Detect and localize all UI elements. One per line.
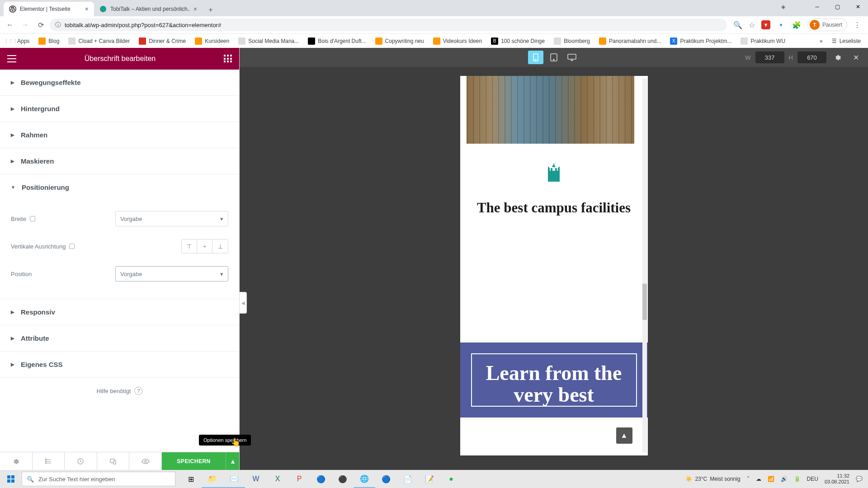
bookmark-item[interactable]: XPraktikum Projektm... (666, 36, 735, 47)
accordion-maskieren[interactable]: ▶Maskieren (0, 148, 239, 174)
bookmark-star-icon[interactable]: ☆ (749, 21, 755, 29)
scrollbar-thumb[interactable] (642, 284, 647, 320)
bookmark-overflow[interactable]: » (816, 36, 826, 46)
save-options-button[interactable]: ▴ (226, 452, 239, 470)
history-button[interactable] (65, 452, 97, 470)
bookmark-item[interactable]: Bloomberg (550, 36, 594, 47)
bookmark-item[interactable]: Blog (35, 36, 63, 47)
close-icon[interactable]: × (193, 5, 197, 13)
bookmark-item[interactable]: Bois d'Argent Duft... (304, 36, 369, 47)
menu-icon[interactable]: ⋮ (854, 21, 861, 29)
align-top-button[interactable]: ⊤ (182, 239, 197, 253)
align-middle-button[interactable]: ÷ (197, 239, 212, 253)
mobile-preview-frame[interactable]: The best campus facilities Learn from th… (460, 76, 648, 455)
accordion-hintergrund[interactable]: ▶Hintergrund (0, 96, 239, 122)
explorer-icon[interactable]: 📁 (202, 470, 223, 488)
bookmark-item[interactable]: Copywriting neu (372, 36, 428, 47)
taskbar-search[interactable]: 🔍 Zur Suche Text hier eingeben (22, 472, 175, 486)
accordion-attribute[interactable]: ▶Attribute (0, 325, 239, 351)
back-button[interactable]: ← (4, 19, 16, 31)
mobile-device-button[interactable] (528, 51, 543, 64)
extension-icon[interactable]: ▼ (761, 20, 770, 29)
close-icon[interactable]: × (85, 5, 89, 13)
bookmark-item[interactable]: Cload + Canva Bilder (65, 36, 133, 47)
extension-icon[interactable]: ✦ (777, 20, 786, 29)
app-icon[interactable]: 🔵 (310, 470, 332, 488)
reading-list-button[interactable]: ☰Leseliste (828, 36, 864, 46)
clock[interactable]: 11:32 03.08.2021 (825, 473, 849, 485)
profile-button[interactable]: T Pausiert (807, 19, 847, 31)
bookmark-item[interactable]: B100 schöne Dinge (487, 36, 548, 47)
word-icon[interactable]: W (245, 470, 267, 488)
notifications-icon[interactable]: 💬 (856, 476, 863, 482)
chrome-icon[interactable]: 🌐 (354, 470, 375, 488)
incognito-icon[interactable]: ◈ (773, 0, 793, 14)
url-input[interactable]: ⓘ tobitalk.at/wp-admin/post.php?post=627… (50, 19, 727, 31)
responsive-icon[interactable] (69, 244, 75, 249)
accordion-bewegungseffekte[interactable]: ▶Bewegungseffekte (0, 70, 239, 95)
position-select[interactable]: Vorgabe▾ (115, 266, 228, 282)
bookmark-item[interactable]: Videokurs Ideen (429, 36, 486, 47)
learn-heading[interactable]: Learn from the very best (476, 362, 632, 406)
excel-icon[interactable]: X (267, 470, 288, 488)
obs-icon[interactable]: ⚫ (332, 470, 354, 488)
network-icon[interactable]: 📶 (768, 476, 774, 482)
zoom-icon[interactable]: 🔍 (733, 21, 742, 29)
breite-select[interactable]: Vorgabe▾ (115, 211, 228, 226)
bookmark-item[interactable]: Praktikum WU (737, 36, 789, 47)
campus-heading[interactable]: The best campus facilities (460, 200, 648, 216)
volume-icon[interactable]: 🔊 (781, 476, 788, 482)
menu-icon[interactable] (7, 55, 16, 62)
new-tab-button[interactable]: + (204, 4, 217, 16)
scrollbar-track[interactable] (642, 79, 647, 453)
accordion-positionierung[interactable]: ▼Positionierung (0, 174, 239, 200)
settings-button[interactable] (0, 452, 33, 470)
close-window-button[interactable]: ✕ (848, 0, 868, 14)
accordion-eigenes-css[interactable]: ▶Eigenes CSS (0, 352, 239, 377)
preview-settings-button[interactable] (831, 51, 844, 64)
desktop-device-button[interactable] (564, 51, 580, 64)
extensions-icon[interactable]: 🧩 (792, 21, 801, 29)
navigator-button[interactable] (33, 452, 65, 470)
scroll-to-top-button[interactable]: ▲ (616, 427, 632, 444)
edge-icon[interactable]: 🔵 (375, 470, 397, 488)
onedrive-icon[interactable]: ☁ (756, 476, 761, 482)
width-input[interactable] (755, 52, 784, 63)
task-view-button[interactable]: ⊞ (180, 470, 202, 488)
widgets-icon[interactable] (224, 55, 232, 63)
close-preview-button[interactable]: ✕ (849, 51, 863, 64)
battery-icon[interactable]: 🔋 (794, 476, 801, 482)
powerpoint-icon[interactable]: P (288, 470, 310, 488)
weather-widget[interactable]: ☀️ 23°C Meist sonnig (685, 476, 740, 482)
collapse-sidebar-button[interactable]: ◀ (240, 292, 247, 314)
app-icon[interactable]: 📄 (397, 470, 419, 488)
accordion-responsiv[interactable]: ▶Responsiv (0, 299, 239, 325)
bookmark-apps[interactable]: ⋮⋮⋮Apps (4, 36, 33, 47)
tray-chevron-icon[interactable]: ˄ (747, 476, 750, 482)
panel-body[interactable]: ▶Bewegungseffekte ▶Hintergrund ▶Rahmen ▶… (0, 70, 239, 452)
minimize-button[interactable]: ─ (807, 0, 827, 14)
start-button[interactable] (0, 470, 22, 488)
bookmark-item[interactable]: Social Media Mana... (235, 36, 302, 47)
browser-tab-active[interactable]: Elementor | Testseite × (4, 2, 94, 16)
reload-button[interactable]: ⟳ (34, 19, 47, 31)
bookmark-item[interactable]: Dinner & Crime (135, 36, 189, 47)
responsive-icon[interactable] (30, 216, 35, 221)
notepad-icon[interactable]: 📝 (419, 470, 440, 488)
save-button[interactable]: SPEICHERN (162, 452, 226, 470)
align-bottom-button[interactable]: ⊥ (212, 239, 228, 253)
bookmark-item[interactable]: Panoramabahn und... (595, 36, 665, 47)
maximize-button[interactable]: ▢ (827, 0, 848, 14)
tablet-device-button[interactable] (546, 51, 561, 64)
spotify-icon[interactable]: ● (440, 470, 462, 488)
browser-tab[interactable]: TobiTalk – Aktien und persönlich... × (94, 2, 203, 16)
language-indicator[interactable]: DEU (807, 476, 818, 482)
forward-button[interactable]: → (19, 19, 32, 31)
site-info-icon[interactable]: ⓘ (55, 21, 61, 29)
height-input[interactable] (797, 52, 826, 63)
preview-button[interactable] (129, 452, 162, 470)
bookmark-item[interactable]: Kursideen (191, 36, 233, 47)
responsive-button[interactable] (97, 452, 130, 470)
mail-icon[interactable]: ✉️ (223, 470, 245, 488)
accordion-rahmen[interactable]: ▶Rahmen (0, 122, 239, 148)
